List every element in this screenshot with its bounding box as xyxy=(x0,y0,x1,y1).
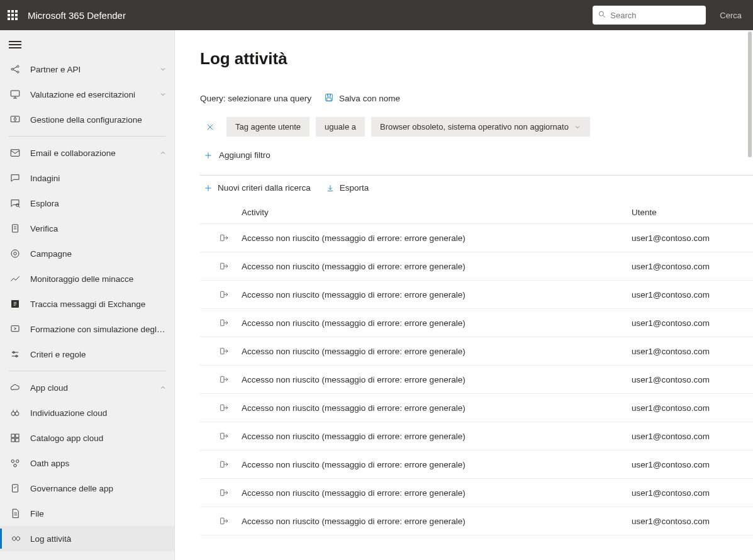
sidebar-item-campagne[interactable]: Campagne xyxy=(0,241,174,266)
user-cell: user1@contoso.com xyxy=(632,432,710,441)
plus-icon xyxy=(204,151,213,160)
column-activity[interactable]: Activity xyxy=(242,208,632,217)
logout-icon xyxy=(218,403,230,413)
new-policy-label: Nuovi criteri dalla ricerca xyxy=(218,183,311,193)
clipboard-icon xyxy=(9,222,21,235)
activity-cell: Accesso non riuscito (messaggio di error… xyxy=(242,347,632,356)
table-row[interactable]: Accesso non riuscito (messaggio di error… xyxy=(200,281,753,309)
sidebar-item-email-e-collaborazione[interactable]: Email e collaborazione xyxy=(0,140,174,165)
search-input[interactable] xyxy=(610,11,701,20)
filter-field-pill[interactable]: Tag agente utente xyxy=(226,117,310,137)
mail-icon xyxy=(9,147,21,159)
sidebar-item-formazione-con-simulazione-degli-attacchi[interactable]: Formazione con simulazione degli attacch… xyxy=(0,316,174,342)
chevron-down-icon xyxy=(574,123,581,131)
sidebar-item-label: Indagini xyxy=(30,174,167,183)
sidebar-item-label: Oath apps xyxy=(30,459,167,468)
sidebar-item-valutazione-ed-esercitazioni[interactable]: Valutazione ed esercitazioni xyxy=(0,82,174,107)
sidebar-item-label: Valutazione ed esercitazioni xyxy=(30,90,159,99)
export-label: Esporta xyxy=(340,183,369,193)
scrollbar[interactable] xyxy=(748,31,752,559)
sidebar-item-log-attivit-[interactable]: Log attività xyxy=(0,526,174,551)
table-row[interactable]: Accesso non riuscito (messaggio di error… xyxy=(200,394,753,422)
sidebar-item-esplora[interactable]: Esplora xyxy=(0,191,174,216)
activity-cell: Accesso non riuscito (messaggio di error… xyxy=(242,375,632,384)
user-cell: user1@contoso.com xyxy=(632,460,710,469)
logout-icon xyxy=(218,346,230,356)
sidebar-item-label: Verifica xyxy=(30,224,167,233)
table-row[interactable]: Accesso non riuscito (messaggio di error… xyxy=(200,224,753,252)
table-row[interactable]: Accesso non riuscito (messaggio di error… xyxy=(200,451,753,479)
file-icon xyxy=(9,507,21,520)
column-user[interactable]: Utente xyxy=(632,208,657,217)
table-row[interactable]: Accesso non riuscito (messaggio di error… xyxy=(200,507,753,535)
sidebar-item-file[interactable]: File xyxy=(0,501,174,526)
sidebar-item-traccia-messaggi-di-exchange[interactable]: Traccia messaggi di Exchange xyxy=(0,291,174,316)
table-row[interactable]: Accesso non riuscito (messaggio di error… xyxy=(200,422,753,451)
export-button[interactable]: Esporta xyxy=(326,183,369,193)
sidebar-item-monitoraggio-delle-minacce[interactable]: Monitoraggio delle minacce xyxy=(0,266,174,291)
filter-row: Tag agente utente uguale a Browser obsol… xyxy=(200,117,753,137)
filter-value-pill[interactable]: Browser obsoleto, sistema operativo non … xyxy=(371,117,590,137)
logout-icon xyxy=(218,516,230,526)
main-content: Log attività Query: selezionare una quer… xyxy=(175,30,753,560)
sidebar-item-label: File xyxy=(30,509,167,518)
query-selector-label[interactable]: Query: selezionare una query xyxy=(200,94,311,103)
user-cell: user1@contoso.com xyxy=(632,347,710,356)
sidebar-item-label: Formazione con simulazione degli attacch… xyxy=(30,325,167,334)
logout-icon xyxy=(218,459,230,469)
table-header: Activity Utente xyxy=(200,201,753,224)
sidebar-item-individuazione-cloud[interactable]: Individuazione cloud xyxy=(0,400,174,425)
infinity-icon xyxy=(9,532,21,545)
new-policy-button[interactable]: Nuovi criteri dalla ricerca xyxy=(204,183,311,193)
filter-operator-label: uguale a xyxy=(325,122,356,132)
activity-cell: Accesso non riuscito (messaggio di error… xyxy=(242,290,632,300)
activity-cell: Accesso non riuscito (messaggio di error… xyxy=(242,488,632,498)
sidebar-item-gestione-della-configurazione[interactable]: Gestione della configurazione xyxy=(0,107,174,132)
sidebar-item-app-cloud[interactable]: App cloud xyxy=(0,375,174,400)
table-row[interactable]: Accesso non riuscito (messaggio di error… xyxy=(200,252,753,281)
user-cell: user1@contoso.com xyxy=(632,233,710,243)
table-row[interactable]: Accesso non riuscito (messaggio di error… xyxy=(200,309,753,337)
sidebar-item-label: Catalogo app cloud xyxy=(30,434,167,443)
sidebar-item-label: Gestione della configurazione xyxy=(30,115,167,125)
save-icon xyxy=(324,92,334,104)
add-filter-button[interactable]: Aggiungi filtro xyxy=(204,148,753,160)
logout-icon xyxy=(218,374,230,384)
sidebar-item-label: Governance delle app xyxy=(30,484,167,493)
download-icon xyxy=(326,184,335,193)
governance-icon xyxy=(9,482,21,495)
logout-icon xyxy=(218,318,230,328)
plus-icon xyxy=(204,184,213,193)
scrollbar-thumb[interactable] xyxy=(748,31,752,157)
chart-icon xyxy=(9,272,21,285)
sidebar-item-partner-e-api[interactable]: Partner e API xyxy=(0,57,174,82)
sidebar-item-catalogo-app-cloud[interactable]: Catalogo app cloud xyxy=(0,425,174,451)
logout-icon xyxy=(218,289,230,300)
sidebar-item-oath-apps[interactable]: Oath apps xyxy=(0,451,174,476)
divider xyxy=(9,371,165,371)
table-row[interactable]: Accesso non riuscito (messaggio di error… xyxy=(200,479,753,507)
global-search[interactable] xyxy=(593,6,706,25)
hamburger-icon[interactable] xyxy=(9,39,21,48)
filter-field-label: Tag agente utente xyxy=(235,122,301,132)
sidebar-item-verifica[interactable]: Verifica xyxy=(0,216,174,241)
sidebar-item-label: Log attività xyxy=(30,534,167,544)
table-row[interactable]: Accesso non riuscito (messaggio di error… xyxy=(200,366,753,394)
share-nodes-icon xyxy=(9,63,21,76)
filter-operator-pill[interactable]: uguale a xyxy=(316,117,365,137)
filter-value-label: Browser obsoleto, sistema operativo non … xyxy=(380,122,569,132)
remove-filter-button[interactable] xyxy=(203,120,218,135)
user-cell: user1@contoso.com xyxy=(632,262,710,271)
binoculars-icon xyxy=(9,406,21,419)
sidebar-item-criteri-e-regole[interactable]: Criteri e regole xyxy=(0,342,174,367)
save-as-button[interactable]: Salva con nome xyxy=(324,92,400,104)
app-launcher-icon[interactable] xyxy=(8,10,18,20)
search-side-text: Cerca xyxy=(716,11,745,20)
sidebar-item-indagini[interactable]: Indagini xyxy=(0,165,174,191)
sidebar-item-label: Individuazione cloud xyxy=(30,408,167,418)
sidebar-item-label: Partner e API xyxy=(30,65,159,74)
table-row[interactable]: Accesso non riuscito (messaggio di error… xyxy=(200,337,753,366)
logout-icon xyxy=(218,488,230,498)
user-cell: user1@contoso.com xyxy=(632,290,710,300)
sidebar-item-governance-delle-app[interactable]: Governance delle app xyxy=(0,476,174,501)
